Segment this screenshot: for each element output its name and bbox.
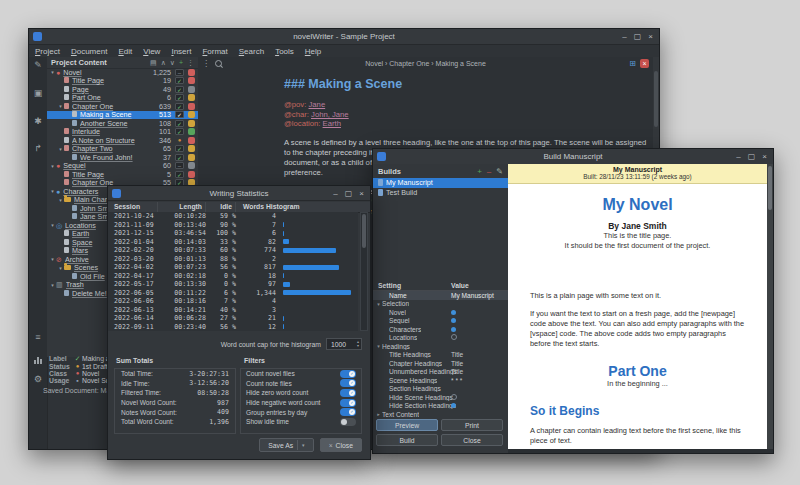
setting-row[interactable]: Characters xyxy=(373,325,508,334)
tree-arrow-icon[interactable]: ▾ xyxy=(49,256,56,262)
compose-icon[interactable]: ✎ xyxy=(29,59,47,71)
close-button[interactable]: × Close xyxy=(320,438,362,452)
menu-document[interactable]: Document xyxy=(71,47,107,56)
menu-help[interactable]: Help xyxy=(305,47,321,56)
maximize-icon[interactable]: ▢ xyxy=(345,186,353,201)
settings-icon[interactable]: ⚙ xyxy=(29,373,47,385)
build-button[interactable]: Build xyxy=(376,434,438,446)
close-button[interactable]: Close xyxy=(441,434,503,446)
add-build-icon[interactable]: + xyxy=(477,167,482,176)
tree-item[interactable]: Page49✓ xyxy=(47,85,198,94)
menu-insert[interactable]: Insert xyxy=(171,47,191,56)
tree-item[interactable]: A Note on Structure346● xyxy=(47,136,198,145)
menu-view[interactable]: View xyxy=(143,47,160,56)
stats-column-header[interactable]: Length xyxy=(158,202,206,212)
tree-item[interactable]: ▾●Sequel60– xyxy=(47,162,198,171)
stats-column-header[interactable]: Idle xyxy=(206,202,236,212)
preview-scrollbar[interactable] xyxy=(767,164,773,449)
setting-row[interactable]: Section Headings xyxy=(373,385,508,394)
setting-row[interactable]: Chapter HeadingsTitle xyxy=(373,359,508,368)
filter-toggle[interactable] xyxy=(340,418,356,426)
tree-arrow-icon[interactable]: ▾ xyxy=(57,103,64,109)
setting-row[interactable]: Scene Headings* * * xyxy=(373,376,508,385)
minimize-icon[interactable]: – xyxy=(333,186,337,201)
setting-row[interactable]: Hide Scene Headings xyxy=(373,393,508,402)
search-icon[interactable] xyxy=(215,60,222,67)
minimize-icon[interactable]: – xyxy=(622,29,626,44)
setting-row[interactable]: ▾Selection xyxy=(373,300,508,309)
project-tree-icon[interactable]: ▣ xyxy=(29,87,47,99)
tree-arrow-icon[interactable]: ▾ xyxy=(49,69,56,75)
menu-search[interactable]: Search xyxy=(239,47,264,56)
preview-button[interactable]: Preview xyxy=(376,419,438,431)
stats-titlebar[interactable]: Writing Statistics –▢× xyxy=(108,186,370,201)
remove-build-icon[interactable]: – xyxy=(487,167,491,176)
tree-item[interactable]: ▾Chapter One639✓ xyxy=(47,102,198,111)
filter-toggle[interactable]: ✓ xyxy=(340,389,356,397)
close-icon[interactable]: × xyxy=(648,29,653,44)
editor-menu-icon[interactable]: ⋮ xyxy=(202,59,210,68)
minimize-icon[interactable]: – xyxy=(736,149,740,164)
setting-row[interactable]: Unnumbered HeadingsTitle xyxy=(373,368,508,377)
tree-item[interactable]: We Found John!37✓ xyxy=(47,153,198,162)
outline-icon[interactable]: ≡ xyxy=(29,331,47,343)
keyword-value[interactable]: John, Jane xyxy=(311,110,349,119)
setting-row[interactable]: ▸Text Content xyxy=(373,410,508,419)
maximize-icon[interactable]: ▢ xyxy=(748,149,756,164)
setting-row[interactable]: NameMy Manuscript xyxy=(373,291,508,300)
tree-item[interactable]: Interlude101✓ xyxy=(47,128,198,137)
spinner-arrows-icon[interactable]: ▴▾ xyxy=(357,340,361,348)
filter-toggle[interactable]: ✓ xyxy=(340,379,356,387)
maximize-icon[interactable]: ▢ xyxy=(634,29,642,44)
save-as-dropdown-icon[interactable]: ▾ xyxy=(302,442,305,448)
tree-item[interactable]: Making a Scene513✓ xyxy=(47,111,198,120)
histogram-cap-spinner[interactable]: 1000 ▴▾ xyxy=(326,338,362,350)
move-up-icon[interactable]: ∧ xyxy=(161,59,166,67)
menu-format[interactable]: Format xyxy=(202,47,227,56)
stats-table-scrollbar[interactable] xyxy=(360,212,368,331)
tree-arrow-icon[interactable]: ▾ xyxy=(57,146,64,152)
tree-arrow-icon[interactable]: ▾ xyxy=(49,163,56,169)
menu-edit[interactable]: Edit xyxy=(118,47,132,56)
add-item-icon[interactable]: + xyxy=(179,59,183,67)
setting-row[interactable]: ▾Headings xyxy=(373,342,508,351)
group-arrow-icon[interactable]: ▸ xyxy=(375,411,382,417)
build-list-item[interactable]: Test Build xyxy=(373,188,508,198)
edit-build-icon[interactable]: ✎ xyxy=(496,167,503,176)
filter-toggle[interactable]: ✓ xyxy=(340,370,356,378)
tree-item[interactable]: Title Page19✓ xyxy=(47,77,198,86)
export-icon[interactable]: ↱ xyxy=(29,142,47,154)
tree-item[interactable]: Part One6✓ xyxy=(47,94,198,103)
tree-menu-icon[interactable]: ⋮ xyxy=(187,59,194,67)
focus-mode-icon[interactable]: ⊞ xyxy=(629,59,636,68)
keyword-value[interactable]: Earth xyxy=(323,119,341,128)
keyword-value[interactable]: Jane xyxy=(308,100,325,109)
close-icon[interactable]: × xyxy=(762,149,767,164)
close-document-icon[interactable]: × xyxy=(640,59,649,68)
move-down-icon[interactable]: ∨ xyxy=(170,59,175,67)
setting-row[interactable]: Title HeadingsTitle xyxy=(373,351,508,360)
save-as-button[interactable]: Save As ▾ xyxy=(259,438,313,452)
setting-row[interactable]: Novel xyxy=(373,308,508,317)
setting-row[interactable]: Locations xyxy=(373,334,508,343)
menu-project[interactable]: Project xyxy=(35,47,60,56)
tree-arrow-icon[interactable]: ▾ xyxy=(49,188,56,194)
stats-column-header[interactable]: Words Histogram xyxy=(236,202,370,212)
tree-item[interactable]: ▾Chapter Two65✓ xyxy=(47,145,198,154)
filter-toggle[interactable]: ✓ xyxy=(340,408,356,416)
tree-arrow-icon[interactable]: ▾ xyxy=(57,197,64,203)
tree-arrow-icon[interactable]: ▾ xyxy=(57,265,64,271)
novel-details-icon[interactable]: ✱ xyxy=(29,115,47,127)
close-icon[interactable]: × xyxy=(359,186,364,201)
tree-item[interactable]: Title Page5✓ xyxy=(47,170,198,179)
filter-toggle[interactable]: ✓ xyxy=(340,399,356,407)
group-arrow-icon[interactable]: ▾ xyxy=(375,301,382,307)
setting-row[interactable]: Hide Section Headings xyxy=(373,402,508,411)
build-list-item[interactable]: My Manuscript xyxy=(373,178,508,188)
stats-icon[interactable] xyxy=(29,355,47,367)
build-titlebar[interactable]: Build Manuscript –▢× xyxy=(373,149,773,165)
tree-arrow-icon[interactable]: ▾ xyxy=(49,282,56,288)
group-arrow-icon[interactable]: ▾ xyxy=(375,343,382,349)
tree-item[interactable]: ▾●Novel1,225– xyxy=(47,68,198,77)
main-titlebar[interactable]: novelWriter - Sample Project –▢× xyxy=(29,29,659,45)
